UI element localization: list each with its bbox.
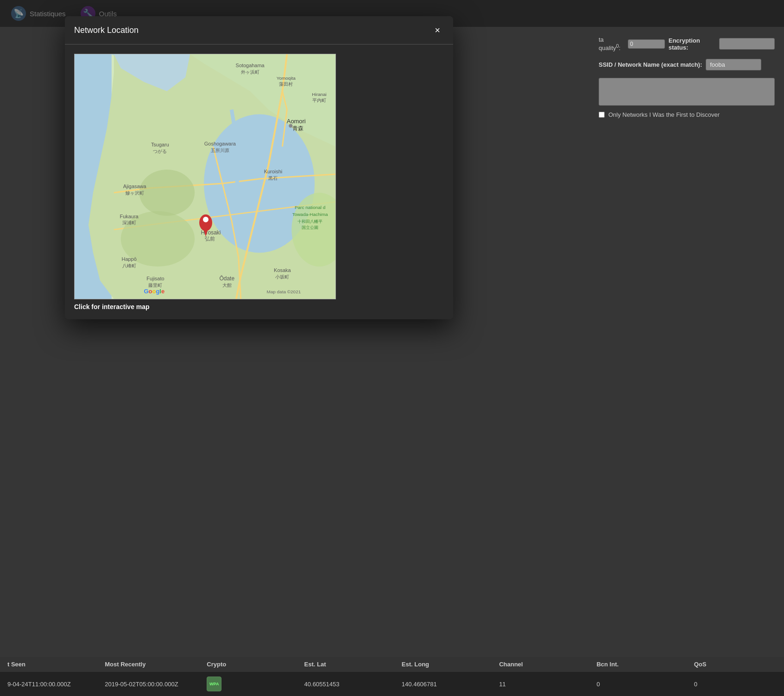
crypto-icon: WPA (207, 677, 221, 691)
svg-text:弘前: 弘前 (205, 236, 215, 241)
svg-point-45 (203, 217, 209, 222)
cell-qos: 0 (687, 677, 784, 691)
map-caption[interactable]: Click for interactive map (74, 303, 336, 310)
svg-text:青森: 青森 (292, 125, 303, 132)
map-svg: Sotogahama 外ヶ浜町 Yomoqita 藻田村 Hiranai 平内町… (75, 54, 335, 299)
encryption-status-input[interactable] (719, 38, 775, 50)
first-discover-row: Only Networks I Was the First to Discove… (599, 111, 775, 118)
svg-text:Goshogawara: Goshogawara (204, 141, 236, 146)
map-image[interactable]: Sotogahama 外ヶ浜町 Yomoqita 藻田村 Hiranai 平内町… (74, 54, 336, 299)
svg-text:Ajigasawa: Ajigasawa (123, 183, 147, 189)
svg-text:Yomoqita: Yomoqita (277, 76, 296, 81)
ssid-textarea[interactable] (599, 78, 775, 106)
svg-text:平内町: 平内町 (312, 98, 326, 103)
data-quality-label: ta quality0: (599, 36, 624, 51)
svg-text:Google: Google (144, 288, 165, 295)
modal-title: Network Location (74, 25, 139, 35)
svg-text:Towada-Hachima: Towada-Hachima (292, 212, 328, 217)
cell-t-seen: 9-04-24T11:00:00.000Z (0, 677, 97, 691)
first-discover-checkbox[interactable] (599, 112, 605, 118)
col-header-est-long: Est. Long (394, 661, 492, 668)
svg-point-9 (139, 170, 195, 216)
svg-text:Fukaura: Fukaura (120, 214, 139, 219)
table-header-row: t Seen Most Recently Crypto Est. Lat Est… (0, 657, 784, 671)
svg-text:Map data ©2021: Map data ©2021 (266, 289, 301, 294)
cell-est-lat: 40.60551453 (297, 677, 394, 691)
svg-text:Ōdate: Ōdate (220, 275, 235, 282)
svg-text:鰺ヶ沢町: 鰺ヶ沢町 (126, 190, 144, 196)
right-panel: ta quality0: Encryption status: SSID / N… (589, 27, 784, 127)
col-header-est-lat: Est. Lat (297, 661, 394, 668)
svg-text:五所川原: 五所川原 (211, 148, 229, 153)
cell-bcn-int: 0 (589, 677, 686, 691)
data-quality-row: ta quality0: Encryption status: (599, 36, 775, 51)
svg-text:Hiranai: Hiranai (312, 92, 327, 97)
svg-text:Tsugaru: Tsugaru (151, 142, 169, 147)
svg-text:藤里町: 藤里町 (148, 283, 162, 288)
svg-text:国立公園: 国立公園 (302, 225, 318, 230)
ssid-input[interactable] (706, 59, 761, 70)
svg-text:八峰町: 八峰町 (122, 263, 136, 268)
svg-text:つがる: つがる (153, 149, 167, 154)
modal-close-button[interactable]: × (431, 24, 444, 37)
svg-text:黒石: 黒石 (268, 176, 278, 181)
svg-text:深浦町: 深浦町 (122, 220, 136, 225)
svg-text:Fujisato: Fujisato (146, 276, 164, 281)
svg-text:Kosaka: Kosaka (274, 267, 291, 273)
col-header-bcn-int: Bcn Int. (589, 661, 686, 668)
ssid-row: SSID / Network Name (exact match): (599, 59, 775, 70)
encryption-status-label: Encryption status: (669, 37, 715, 51)
col-header-qos: QoS (687, 661, 784, 668)
svg-text:小坂町: 小坂町 (275, 274, 289, 279)
col-header-t-seen: t Seen (0, 661, 97, 668)
cell-channel: 11 (492, 677, 589, 691)
data-quality-superscript: 0 (616, 43, 619, 49)
svg-text:Happō: Happō (122, 256, 137, 262)
bottom-table: t Seen Most Recently Crypto Est. Lat Est… (0, 657, 784, 696)
first-discover-label: Only Networks I Was the First to Discove… (608, 111, 720, 118)
svg-text:大館: 大館 (222, 283, 232, 288)
map-container[interactable]: Sotogahama 外ヶ浜町 Yomoqita 藻田村 Hiranai 平内町… (74, 54, 336, 310)
modal-body: Sotogahama 外ヶ浜町 Yomoqita 藻田村 Hiranai 平内町… (65, 44, 453, 319)
cell-most-recently: 2019-05-02T05:00:00.000Z (97, 677, 199, 691)
svg-text:Parc national d: Parc national d (295, 205, 325, 210)
table-row: 9-04-24T11:00:00.000Z 2019-05-02T05:00:0… (0, 671, 784, 696)
svg-text:外ヶ浜町: 外ヶ浜町 (241, 70, 259, 75)
col-header-channel: Channel (492, 661, 589, 668)
cell-crypto: WPA (199, 677, 297, 691)
svg-text:Aomori: Aomori (287, 118, 306, 125)
svg-text:十和田八幡平: 十和田八幡平 (297, 219, 322, 224)
svg-text:Kuroishi: Kuroishi (264, 169, 283, 174)
col-header-most-recently: Most Recently (97, 661, 199, 668)
svg-text:Sotogahama: Sotogahama (236, 63, 265, 68)
modal-header: Network Location × (65, 16, 453, 44)
svg-text:藻田村: 藻田村 (279, 82, 293, 87)
ssid-label: SSID / Network Name (exact match): (599, 61, 702, 68)
svg-point-19 (289, 124, 292, 127)
data-quality-input[interactable] (628, 39, 665, 49)
crypto-icon-text: WPA (209, 682, 219, 687)
col-header-crypto: Crypto (199, 661, 297, 668)
network-location-modal: Network Location × (65, 16, 453, 319)
cell-est-long: 140.4606781 (394, 677, 492, 691)
